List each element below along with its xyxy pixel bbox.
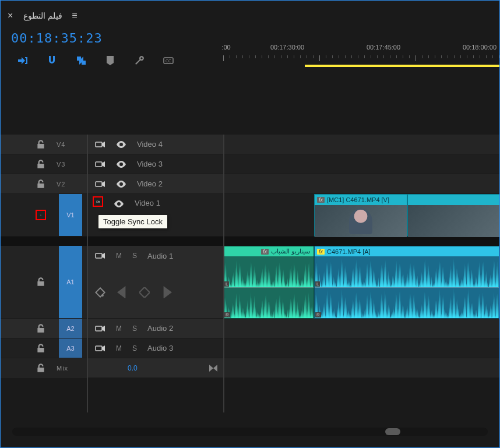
panel-menu-button[interactable]: ≡ <box>72 10 77 21</box>
linked-selection-icon[interactable] <box>75 55 87 66</box>
track-header-v1[interactable]: V1 <box>1 194 87 237</box>
channel-badge: R <box>315 312 321 318</box>
lock-icon[interactable] <box>36 343 46 354</box>
source-patch-v1[interactable]: V1 <box>59 194 82 236</box>
svg-rect-9 <box>96 346 102 351</box>
lock-icon[interactable] <box>36 210 46 220</box>
sync-lock-icon[interactable] <box>95 343 105 354</box>
sync-lock-icon[interactable] <box>93 196 103 207</box>
track-header-v4[interactable]: V4 <box>1 135 87 154</box>
close-sequence-button[interactable]: × <box>8 10 13 21</box>
time-ruler[interactable]: :00 00:17:30:00 00:17:45:00 00:18:00:00 <box>223 31 499 65</box>
track-header-mix[interactable]: Mix <box>1 358 87 378</box>
track-name: Audio 3 <box>147 344 173 352</box>
track-id: V2 <box>57 181 65 188</box>
fx-badge[interactable]: fx <box>317 249 325 255</box>
lock-icon[interactable] <box>36 323 46 334</box>
track-controls-v4: Video 4 <box>87 135 223 154</box>
track-controls-a1: M S Audio 1 <box>87 246 223 319</box>
track-header-a2[interactable]: A2 <box>1 319 87 338</box>
timeline-scrollbar[interactable] <box>12 428 488 436</box>
timeline-toolbar: CC <box>11 55 223 66</box>
clip-name: C4671.MP4 [A] <box>327 248 371 255</box>
lock-icon[interactable] <box>36 159 46 170</box>
snap-icon[interactable] <box>46 55 58 66</box>
insert-overwrite-icon[interactable] <box>17 55 29 66</box>
solo-toggle[interactable]: S <box>132 252 137 260</box>
track-controls-v1: Video 1 Toggle Sync Lock <box>87 194 223 237</box>
next-keyframe-icon[interactable] <box>161 287 172 298</box>
track-id: V3 <box>57 161 65 168</box>
svg-rect-8 <box>96 326 102 331</box>
keyframe-diamond-icon[interactable] <box>95 287 105 298</box>
clip-area[interactable]: fx [MC1] C4671.MP4 [V] سيناريو الشباب fx… <box>223 135 499 378</box>
eye-icon[interactable] <box>116 179 126 189</box>
audio-clip[interactable]: سيناريو الشباب fx L R <box>223 246 314 319</box>
track-controls-a2: M S Audio 2 <box>87 319 223 338</box>
sequence-title[interactable]: فيلم التطوع <box>23 11 62 20</box>
pan-icon[interactable] <box>209 365 217 372</box>
current-timecode[interactable]: 00:18:35:23 <box>11 31 223 45</box>
eye-icon[interactable] <box>116 139 126 150</box>
captions-icon[interactable]: CC <box>163 55 174 66</box>
track-name: Video 4 <box>137 140 163 149</box>
svg-text:CC: CC <box>166 59 171 63</box>
source-patch-a1[interactable]: A1 <box>59 246 82 318</box>
track-header-v3[interactable]: V3 <box>1 154 87 174</box>
source-patch-a3[interactable]: A3 <box>59 338 82 358</box>
track-controls-v3: Video 3 <box>87 154 223 174</box>
scroll-thumb[interactable] <box>385 428 400 435</box>
solo-toggle[interactable]: S <box>132 344 137 352</box>
solo-toggle[interactable]: S <box>132 324 137 333</box>
add-keyframe-icon[interactable] <box>139 287 150 298</box>
sync-lock-icon[interactable] <box>95 323 105 334</box>
track-name: Video 2 <box>137 179 163 188</box>
track-name: Video 1 <box>135 199 160 207</box>
ruler-label: 00:17:45:00 <box>367 44 400 51</box>
track-name: Video 3 <box>137 160 163 168</box>
lock-icon[interactable] <box>36 363 46 373</box>
mute-toggle[interactable]: M <box>116 252 122 260</box>
eye-icon[interactable] <box>114 199 124 209</box>
fx-badge[interactable]: fx <box>317 197 325 203</box>
track-id: V4 <box>57 141 65 148</box>
ruler-label: 00:18:00:00 <box>463 44 497 51</box>
settings-wrench-icon[interactable] <box>133 55 145 66</box>
track-header-v2[interactable]: V2 <box>1 174 87 194</box>
lock-icon[interactable] <box>36 179 46 189</box>
ruler-label: :00 <box>221 44 230 51</box>
mute-toggle[interactable]: M <box>116 344 122 352</box>
fx-badge[interactable]: fx <box>261 249 269 255</box>
mix-volume[interactable]: 0.0 <box>128 364 138 372</box>
track-header-a3[interactable]: A3 <box>1 338 87 358</box>
svg-point-7 <box>101 294 104 297</box>
video-clip[interactable] <box>407 194 500 237</box>
track-controls-mix: 0.0 <box>87 358 223 378</box>
svg-rect-2 <box>96 142 102 147</box>
clip-thumbnail <box>408 205 499 237</box>
track-header-a1[interactable]: A1 <box>1 246 87 319</box>
eye-icon[interactable] <box>116 159 126 170</box>
tooltip: Toggle Sync Lock <box>98 215 167 228</box>
ruler-label: 00:17:30:00 <box>270 44 304 51</box>
clip-thumbnail <box>315 205 407 237</box>
sync-lock-icon[interactable] <box>95 179 105 189</box>
audio-clip[interactable]: fx C4671.MP4 [A] L R <box>314 246 499 319</box>
marker-icon[interactable] <box>104 55 116 66</box>
mute-toggle[interactable]: M <box>116 324 122 333</box>
sync-lock-icon[interactable] <box>95 159 105 170</box>
svg-rect-6 <box>96 253 102 258</box>
work-area-bar[interactable] <box>305 65 499 67</box>
channel-badge: L <box>315 281 320 287</box>
track-name: Audio 2 <box>147 324 173 333</box>
sync-lock-icon[interactable] <box>95 139 105 150</box>
source-patch-a2[interactable]: A2 <box>59 319 82 338</box>
lock-icon[interactable] <box>36 139 46 150</box>
prev-keyframe-icon[interactable] <box>117 287 128 298</box>
lock-icon[interactable] <box>36 277 46 287</box>
channel-badge: L <box>224 281 229 287</box>
channel-badge: R <box>224 312 230 318</box>
sync-lock-icon[interactable] <box>95 251 105 261</box>
video-clip[interactable]: fx [MC1] C4671.MP4 [V] <box>314 194 407 237</box>
svg-rect-5 <box>96 201 98 203</box>
